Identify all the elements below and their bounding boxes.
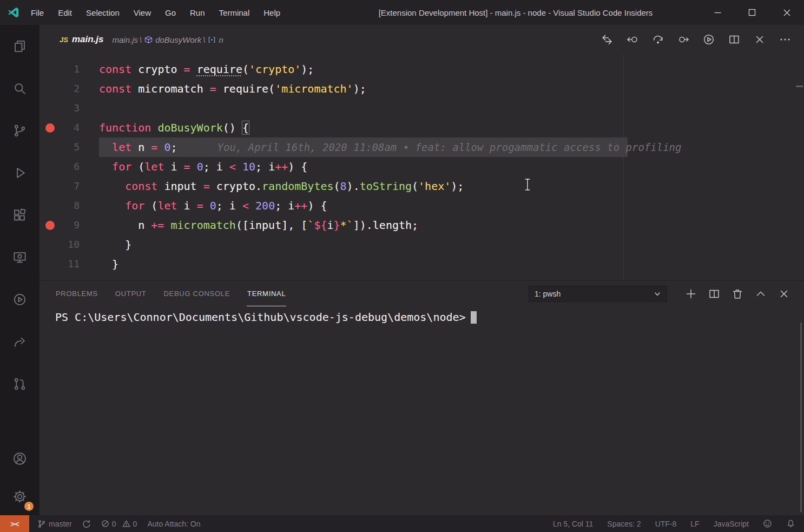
javascript-file-icon: JS <box>60 36 68 44</box>
eol-status[interactable]: LF <box>690 520 699 528</box>
accounts-icon[interactable] <box>0 439 39 477</box>
code-text[interactable]: function doBusyWork() { <box>80 118 249 137</box>
terminal-instance-label: 1: pwsh <box>535 290 561 298</box>
open-changes-icon[interactable] <box>598 30 616 49</box>
code-text[interactable]: } <box>80 235 131 254</box>
run-icon[interactable] <box>700 30 718 49</box>
menu-edit[interactable]: Edit <box>51 0 79 25</box>
terminal-output[interactable]: PS C:\Users\Connor\Documents\Github\vsco… <box>39 306 804 515</box>
line-number: 10 <box>60 235 80 254</box>
editor-tab-filename[interactable]: main.js <box>72 34 104 45</box>
breadcrumb-symbol[interactable]: doBusyWork <box>155 35 201 44</box>
breakpoint-gutter[interactable] <box>39 79 60 98</box>
code-text[interactable]: } <box>80 254 118 274</box>
breakpoint-gutter[interactable] <box>39 254 60 274</box>
language-mode-status[interactable]: JavaScript <box>714 520 749 528</box>
maximize-button[interactable] <box>735 0 769 25</box>
code-editor[interactable]: 1const crypto = require('crypto');2const… <box>39 54 804 280</box>
branch-name: master <box>49 520 72 528</box>
editor-region: JS main.js main.js \ doBusyWork \ n <box>39 25 804 515</box>
code-text[interactable]: const micromatch = require('micromatch')… <box>80 79 366 98</box>
breakpoint-gutter[interactable] <box>39 60 60 79</box>
pull-requests-icon[interactable] <box>0 363 39 405</box>
new-terminal-icon[interactable] <box>684 287 698 301</box>
step-over-icon[interactable] <box>649 30 667 49</box>
breadcrumb-file[interactable]: main.js <box>113 35 139 44</box>
git-blame-annotation: You, April 16th, 2020 11:08am • feat: al… <box>218 141 682 153</box>
split-terminal-icon[interactable] <box>707 287 721 301</box>
code-line-5: 5 let n = 0;You, April 16th, 2020 11:08a… <box>39 137 804 157</box>
close-panel-icon[interactable] <box>777 287 791 301</box>
code-text[interactable]: for (let i = 0; i < 200; i++) { <box>80 196 327 215</box>
code-text[interactable]: const input = crypto.randomBytes(8).toSt… <box>80 176 464 196</box>
vscode-window: File Edit Selection View Go Run Terminal… <box>0 0 804 532</box>
chevron-down-icon <box>654 290 661 298</box>
tab-output[interactable]: OUTPUT <box>115 281 147 306</box>
line-number: 3 <box>60 98 80 118</box>
step-back-icon[interactable] <box>623 30 642 49</box>
menu-terminal[interactable]: Terminal <box>212 0 257 25</box>
source-control-icon[interactable] <box>0 109 39 152</box>
breakpoint-gutter[interactable] <box>39 157 60 176</box>
problems-status[interactable]: 0 0 <box>101 520 137 528</box>
close-editor-icon[interactable] <box>750 30 769 49</box>
breakpoint-gutter[interactable] <box>39 235 60 254</box>
breadcrumb-separator: \ <box>203 35 205 44</box>
code-line-3: 3 <box>39 98 804 118</box>
code-text[interactable]: const crypto = require('crypto'); <box>80 60 314 79</box>
code-text[interactable]: let n = 0;You, April 16th, 2020 11:08am … <box>80 137 681 157</box>
tab-terminal[interactable]: TERMINAL <box>247 281 286 306</box>
maximize-panel-icon[interactable] <box>754 287 768 301</box>
close-window-button[interactable] <box>769 0 804 25</box>
auto-attach-status[interactable]: Auto Attach: On <box>147 520 200 528</box>
menu-help[interactable]: Help <box>256 0 287 25</box>
menu-go[interactable]: Go <box>158 0 183 25</box>
minimize-button[interactable] <box>700 0 735 25</box>
menu-selection[interactable]: Selection <box>79 0 127 25</box>
remote-indicator[interactable]: >< <box>0 515 29 532</box>
tab-debug-console[interactable]: DEBUG CONSOLE <box>163 281 231 306</box>
feedback-icon[interactable] <box>763 519 772 528</box>
code-text[interactable]: n += micromatch([input], [`${i}*`]).leng… <box>80 215 418 235</box>
cursor-position-status[interactable]: Ln 5, Col 11 <box>553 520 593 528</box>
encoding-status[interactable]: UTF-8 <box>655 520 677 528</box>
remote-explorer-icon[interactable] <box>0 236 39 278</box>
breakpoint-gutter[interactable] <box>39 176 60 196</box>
breakpoint-gutter[interactable] <box>39 98 60 118</box>
breakpoint-gutter[interactable] <box>39 196 60 215</box>
breakpoint-gutter[interactable] <box>39 137 60 157</box>
tab-problems[interactable]: PROBLEMS <box>55 281 98 306</box>
kill-terminal-icon[interactable] <box>730 287 744 301</box>
menu-view[interactable]: View <box>127 0 158 25</box>
code-text[interactable] <box>80 98 99 118</box>
terminal-scrollbar[interactable] <box>800 323 802 512</box>
line-number: 5 <box>60 137 80 157</box>
error-count: 0 <box>112 520 116 528</box>
panel-header: PROBLEMS OUTPUT DEBUG CONSOLE TERMINAL 1… <box>39 281 804 306</box>
step-out-icon[interactable] <box>674 30 693 49</box>
run-and-debug-icon[interactable] <box>0 152 39 194</box>
settings-badge: 1 <box>24 502 34 511</box>
menu-run[interactable]: Run <box>183 0 212 25</box>
settings-gear-icon[interactable]: 1 <box>0 477 39 515</box>
terminal-instance-select[interactable]: 1: pwsh <box>529 286 667 302</box>
status-bar: >< master 0 0 Auto Attach: On Ln 5, Col … <box>0 515 804 532</box>
breakpoint-dot[interactable] <box>39 215 60 235</box>
search-icon[interactable] <box>0 67 39 109</box>
notifications-bell-icon[interactable] <box>786 519 795 528</box>
indentation-status[interactable]: Spaces: 2 <box>607 520 641 528</box>
split-editor-icon[interactable] <box>725 30 743 49</box>
more-actions-icon[interactable] <box>776 30 794 49</box>
breakpoint-dot[interactable] <box>39 118 60 137</box>
line-number: 8 <box>60 196 80 215</box>
code-text[interactable]: for (let i = 0; i < 10; i++) { <box>80 157 307 176</box>
sync-status[interactable] <box>82 520 91 528</box>
breadcrumb-variable[interactable]: n <box>219 35 223 44</box>
explorer-icon[interactable] <box>0 25 39 67</box>
git-branch-status[interactable]: master <box>37 520 72 528</box>
overview-ruler-mark <box>796 86 803 87</box>
menu-file[interactable]: File <box>24 0 51 25</box>
live-share-icon[interactable] <box>0 320 39 363</box>
extensions-icon[interactable] <box>0 194 39 236</box>
test-explorer-icon[interactable] <box>0 278 39 320</box>
